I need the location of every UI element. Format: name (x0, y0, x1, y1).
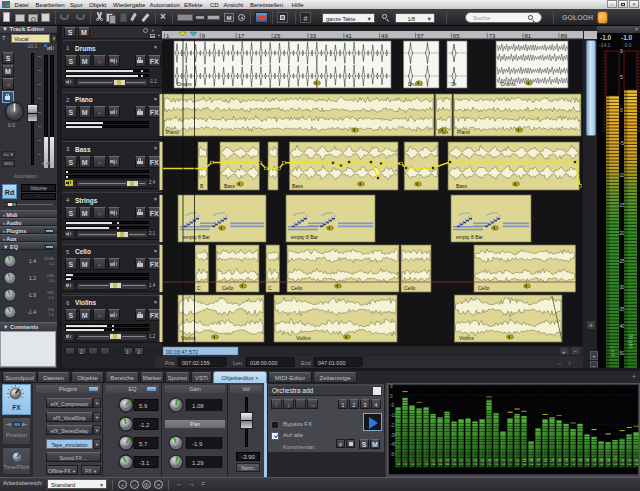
svg-text:89: 89 (560, 33, 567, 39)
svg-text:5.9: 5.9 (139, 403, 148, 409)
svg-text:Cello: Cello (291, 285, 303, 291)
svg-text:5: 5 (620, 74, 623, 80)
svg-text:-1.9: -1.9 (192, 441, 203, 447)
svg-text:Bass: Bass (456, 183, 468, 189)
svg-text:81: 81 (525, 33, 532, 39)
svg-text:Len: Len (233, 360, 242, 366)
svg-text:Bass: Bass (292, 183, 304, 189)
svg-text:Violins: Violins (459, 335, 474, 341)
svg-text:Cello: Cello (222, 285, 234, 291)
svg-text:↕: ↕ (568, 360, 571, 366)
svg-text:Cello: Cello (478, 285, 490, 291)
svg-text:Piano: Piano (166, 129, 179, 135)
svg-text:↔: ↔ (556, 360, 562, 366)
svg-text:047:01:000: 047:01:000 (318, 360, 346, 366)
svg-text:+: + (562, 349, 566, 355)
svg-text:C: C (268, 285, 272, 291)
svg-text:−: − (574, 348, 578, 354)
svg-text:25: 25 (274, 33, 281, 39)
svg-text:5.7: 5.7 (139, 441, 148, 447)
svg-text:Piano: Piano (457, 129, 470, 135)
svg-text:C: C (197, 285, 201, 291)
svg-text:41: 41 (345, 33, 352, 39)
svg-text:empty 8 Bar: empty 8 Bar (291, 234, 318, 240)
svg-text:Drums: Drums (177, 81, 192, 87)
svg-text:Drums: Drums (501, 81, 516, 87)
svg-text:1.29: 1.29 (192, 460, 204, 466)
svg-text:End: End (301, 360, 311, 366)
svg-text:65: 65 (453, 33, 460, 39)
svg-text:018:00:000: 018:00:000 (250, 360, 278, 366)
svg-text:73: 73 (489, 33, 496, 39)
svg-text:Violins: Violins (296, 335, 311, 341)
svg-text:Cello: Cello (404, 285, 416, 291)
svg-text:-5: -5 (619, 140, 624, 146)
svg-text:007:02:159: 007:02:159 (182, 360, 210, 366)
svg-text:' Dr: ' Dr (449, 81, 457, 87)
svg-text:-1.2: -1.2 (139, 422, 150, 428)
svg-text:9: 9 (620, 48, 623, 54)
svg-text:-3.1: -3.1 (139, 460, 150, 466)
svg-text:00:03:47:572: 00:03:47:572 (166, 349, 198, 355)
svg-text:17: 17 (238, 33, 245, 39)
svg-text:Right: Right (628, 334, 633, 350)
svg-text:33: 33 (309, 33, 316, 39)
svg-text:Pos: Pos (165, 360, 175, 366)
svg-text:Bass: Bass (224, 183, 236, 189)
svg-text:0: 0 (620, 107, 623, 113)
svg-text:49: 49 (381, 33, 388, 39)
svg-text:57: 57 (417, 33, 424, 39)
svg-text:empty 8 Bar: empty 8 Bar (456, 234, 483, 240)
svg-text:1.08: 1.08 (192, 403, 204, 409)
svg-text:Left: Left (610, 346, 615, 358)
svg-text:empty 8 Bar: empty 8 Bar (183, 234, 210, 240)
